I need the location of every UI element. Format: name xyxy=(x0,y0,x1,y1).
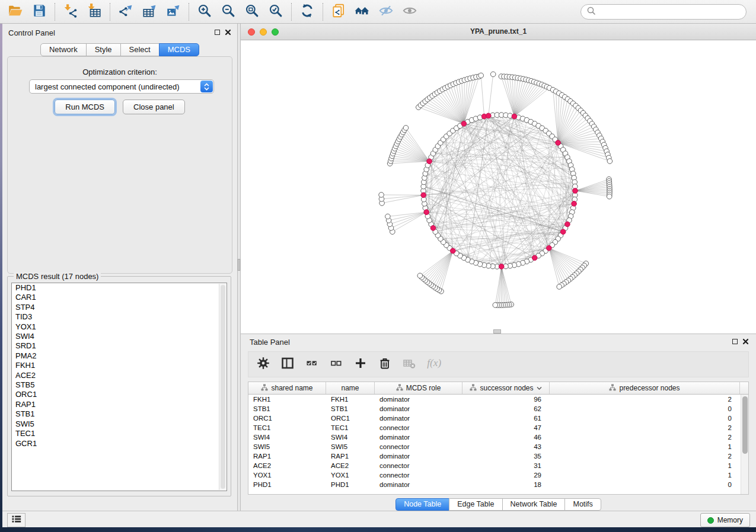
mcds-result-item[interactable]: CAR1 xyxy=(12,293,227,302)
search-input[interactable] xyxy=(596,6,746,18)
mcds-result-item[interactable]: STB1 xyxy=(12,409,227,419)
table-row[interactable]: RAP1RAP1dominator352 xyxy=(248,451,748,461)
show-all-button[interactable] xyxy=(398,2,422,22)
table-cell[interactable]: connector xyxy=(375,442,462,451)
table-cell[interactable]: 35 xyxy=(462,451,550,461)
mcds-result-item[interactable]: SWI4 xyxy=(12,332,227,341)
run-mcds-button[interactable]: Run MCDS xyxy=(55,100,115,114)
float-panel-icon[interactable] xyxy=(215,30,220,35)
table-cell[interactable]: PHD1 xyxy=(326,480,375,489)
import-network-button[interactable] xyxy=(59,2,82,22)
close-panel-icon[interactable] xyxy=(225,29,231,36)
delete-column-button[interactable] xyxy=(377,357,393,372)
table-row[interactable]: FKH1FKH1dominator962 xyxy=(248,395,748,404)
table-cell[interactable]: 2 xyxy=(550,423,740,432)
tab-mcds[interactable]: MCDS xyxy=(159,43,199,56)
table-cell[interactable]: ACE2 xyxy=(248,461,326,470)
close-panel-button[interactable]: Close panel xyxy=(123,100,185,114)
table-cell[interactable]: 2 xyxy=(550,432,740,442)
column-header-successor-nodes[interactable]: successor nodes xyxy=(462,382,550,394)
mcds-result-item[interactable]: ACE2 xyxy=(12,371,227,380)
select-all-button[interactable] xyxy=(304,357,320,372)
first-neighbors-button[interactable] xyxy=(350,2,374,22)
table-cell[interactable]: dominator xyxy=(375,414,462,423)
table-cell[interactable]: PHD1 xyxy=(248,480,326,489)
float-table-panel-icon[interactable] xyxy=(732,339,738,344)
table-cell[interactable]: connector xyxy=(375,423,462,432)
hide-selected-button[interactable] xyxy=(374,2,398,22)
table-cell[interactable]: SWI5 xyxy=(326,442,375,451)
table-cell[interactable]: STB1 xyxy=(326,404,375,414)
mcds-list-scrollbar[interactable] xyxy=(219,284,226,490)
table-scrollbar[interactable] xyxy=(741,395,748,494)
zoom-fit-button[interactable] xyxy=(240,2,264,22)
table-cell[interactable]: 31 xyxy=(462,461,550,470)
table-cell[interactable]: TEC1 xyxy=(248,423,326,432)
tab-edge-table[interactable]: Edge Table xyxy=(449,498,502,511)
tab-motifs[interactable]: Motifs xyxy=(564,498,601,511)
mcds-result-item[interactable]: YOX1 xyxy=(12,322,227,332)
table-cell[interactable]: ORC1 xyxy=(248,414,326,423)
mcds-result-item[interactable]: STB5 xyxy=(12,380,227,390)
mcds-result-item[interactable]: RAP1 xyxy=(12,400,227,409)
table-cell[interactable]: 2 xyxy=(550,451,740,461)
table-row[interactable]: ORC1ORC1dominator610 xyxy=(248,414,748,423)
mcds-result-item[interactable]: PHD1 xyxy=(12,283,227,293)
table-cell[interactable]: 43 xyxy=(462,442,550,451)
export-network-button[interactable] xyxy=(114,2,138,22)
table-cell[interactable]: 1 xyxy=(550,442,740,451)
table-cell[interactable]: 61 xyxy=(462,414,550,423)
memory-button[interactable]: Memory xyxy=(700,513,750,527)
table-cell[interactable]: 46 xyxy=(462,432,550,442)
table-cell[interactable]: dominator xyxy=(375,480,462,489)
table-cell[interactable]: connector xyxy=(375,470,462,480)
table-cell[interactable]: RAP1 xyxy=(248,451,326,461)
columns-button[interactable] xyxy=(280,357,295,372)
table-cell[interactable]: dominator xyxy=(375,432,462,442)
delete-table-button[interactable] xyxy=(401,357,417,372)
unselect-all-button[interactable] xyxy=(328,357,344,372)
tab-select[interactable]: Select xyxy=(120,43,160,56)
task-history-button[interactable] xyxy=(7,513,25,527)
table-cell[interactable]: 0 xyxy=(550,414,740,423)
table-row[interactable]: SWI4SWI4dominator462 xyxy=(248,432,748,442)
search-box[interactable] xyxy=(580,4,747,20)
table-cell[interactable]: SWI4 xyxy=(248,432,326,442)
mcds-result-item[interactable]: TEC1 xyxy=(12,429,227,438)
tab-node-table[interactable]: Node Table xyxy=(395,498,449,511)
table-row[interactable]: STB1STB1dominator620 xyxy=(248,404,748,414)
export-image-button[interactable] xyxy=(161,2,185,22)
table-cell[interactable]: 0 xyxy=(550,404,740,414)
table-cell[interactable]: RAP1 xyxy=(326,451,375,461)
import-table-button[interactable] xyxy=(82,2,106,22)
table-cell[interactable]: 1 xyxy=(550,461,740,470)
table-cell[interactable]: FKH1 xyxy=(326,395,375,404)
column-header-shared-name[interactable]: shared name xyxy=(248,382,326,394)
column-header-predecessor-nodes[interactable]: predecessor nodes xyxy=(550,382,740,394)
table-cell[interactable]: dominator xyxy=(375,395,462,404)
network-graph[interactable] xyxy=(241,40,756,334)
column-header-name[interactable]: name xyxy=(326,382,375,394)
mcds-result-item[interactable]: FKH1 xyxy=(12,361,227,370)
table-cell[interactable]: 62 xyxy=(462,404,550,414)
close-table-panel-icon[interactable] xyxy=(742,338,749,345)
mcds-result-item[interactable]: STP4 xyxy=(12,303,227,312)
table-scrollbar-thumb[interactable] xyxy=(742,396,748,454)
function-builder-button[interactable]: f(x) xyxy=(426,357,441,372)
mcds-result-item[interactable]: GCR1 xyxy=(12,439,227,448)
table-cell[interactable]: 18 xyxy=(462,480,550,489)
table-cell[interactable]: ACE2 xyxy=(326,461,375,470)
table-cell[interactable]: 1 xyxy=(550,470,740,480)
clone-network-button[interactable] xyxy=(327,2,350,22)
tab-style[interactable]: Style xyxy=(86,43,121,56)
table-cell[interactable]: dominator xyxy=(375,451,462,461)
table-cell[interactable]: SWI4 xyxy=(326,432,375,442)
mcds-result-item[interactable]: SWI5 xyxy=(12,419,227,429)
export-table-button[interactable] xyxy=(138,2,161,22)
table-row[interactable]: SWI5SWI5connector431 xyxy=(248,442,748,451)
table-cell[interactable]: STB1 xyxy=(248,404,326,414)
column-header-MCDS-role[interactable]: MCDS role xyxy=(375,382,462,394)
network-canvas[interactable] xyxy=(241,40,756,334)
mcds-result-item[interactable]: SRD1 xyxy=(12,341,227,351)
table-row[interactable]: ACE2ACE2connector311 xyxy=(248,461,748,470)
